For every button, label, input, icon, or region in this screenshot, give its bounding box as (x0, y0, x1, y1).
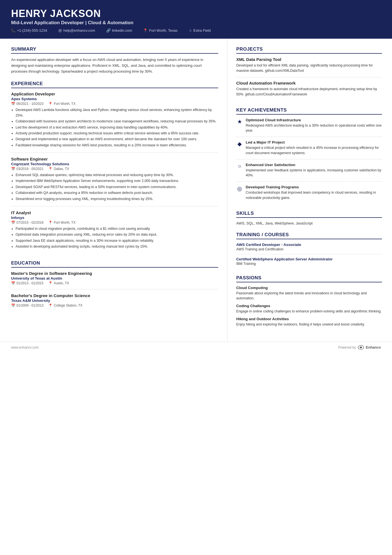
job-dates-1: 📅 06/2021 - 10/2023 (11, 102, 43, 106)
training-section: TRAINING / COURSES AWS Certified Develop… (236, 232, 382, 268)
job-item-3: IT Analyst Infosys 📅 07/2015 - 02/2018 📍… (11, 210, 218, 254)
calendar-icon-3: 📅 (11, 221, 15, 225)
training-item-1: AWS Certified Developer - Associate AWS … (236, 243, 382, 254)
location-icon: 📍 (143, 28, 148, 33)
achievement-title-4: Developed Training Programs (246, 185, 382, 189)
extra-field: Extra Field (193, 28, 211, 33)
job-bullets-3: Participated in cloud migration projects… (11, 226, 218, 250)
passion-title-1: Cloud Computing (236, 286, 382, 290)
training-org-2: IBM Training (236, 262, 382, 266)
achievement-item-4: ◎ Developed Training Programs Conducted … (236, 185, 382, 204)
passion-item-3: Hiking and Outdoor Activities Enjoy hiki… (236, 317, 382, 327)
passion-title-2: Coding Challenges (236, 304, 382, 308)
achievement-icon-3: ○ (236, 163, 243, 178)
bullet-2-1: Enhanced SQL database queries, optimizin… (16, 172, 218, 178)
bullet-1-2: Collaborated with business and system ar… (16, 119, 218, 124)
achievement-content-2: Led a Major IT Project Managed a critica… (246, 140, 382, 156)
linkedin-icon: 🔗 (106, 28, 111, 33)
job-meta-3: 📅 07/2015 - 02/2018 📍 Fort Worth, TX (11, 221, 218, 225)
job-dates-2: 📅 03/2018 - 05/2021 (11, 167, 43, 171)
edu-calendar-icon-1: 📅 (11, 281, 15, 285)
passion-desc-1: Passionate about exploring the latest tr… (236, 291, 382, 301)
education-section: EDUCATION Master's Degree in Software En… (11, 260, 218, 311)
achievement-icon-1: ★ (236, 118, 243, 134)
edu-school-1: University of Texas at Austin (11, 276, 218, 280)
edu-calendar-icon-2: 📅 (11, 304, 15, 307)
project-desc-1: Developed a tool for efficient XML data … (236, 63, 382, 74)
achievement-icon-2: ◆ (236, 140, 243, 156)
edu-dates-2: 📅 01/2009 - 01/2013 (11, 304, 43, 307)
summary-text: An experienced application developer wit… (11, 57, 218, 74)
bullet-3-2: Optimized data integration processes usi… (16, 232, 218, 237)
job-title-2: Software Engineer (11, 157, 218, 161)
edu-school-2: Texas A&M University (11, 299, 218, 303)
edu-item-1: Master's Degree in Software Engineering … (11, 271, 218, 289)
training-name-2: Certified WebSphere Application Server A… (236, 257, 382, 261)
calendar-icon-2: 📅 (11, 167, 15, 171)
company-name-1: Apex Systems (11, 97, 218, 101)
passions-section: PASSIONS Cloud Computing Passionate abou… (236, 275, 382, 327)
edu-degree-2: Bachelor's Degree in Computer Science (11, 293, 218, 298)
projects-title: PROJECTS (236, 46, 382, 54)
job-bullets-2: Enhanced SQL database queries, optimizin… (11, 172, 218, 202)
job-location-3: 📍 Fort Worth, TX (48, 221, 75, 225)
training-title: TRAINING / COURSES (236, 232, 382, 239)
experience-section: EXPERIENCE Application Developer Apex Sy… (11, 81, 218, 254)
bullet-2-2: Implemented IBM WebSphere Application Se… (16, 178, 218, 184)
location-text: Fort Worth, Texas (149, 28, 177, 33)
education-title: EDUCATION (11, 260, 218, 268)
passion-item-2: Coding Challenges Engage in online codin… (236, 304, 382, 314)
edu-pin-icon-1: 📍 (48, 281, 53, 285)
bullet-1-4: Actively provided production support, re… (16, 131, 218, 136)
project-title-1: XML Data Parsing Tool (236, 57, 382, 62)
phone-icon: 📞 (11, 28, 16, 33)
bullet-1-5: Designed and implemented a new applicati… (16, 137, 218, 142)
edu-item-2: Bachelor's Degree in Computer Science Te… (11, 293, 218, 311)
project-desc-2: Created a framework to automate cloud in… (236, 87, 382, 97)
achievement-desc-4: Conducted workshops that improved team c… (246, 190, 382, 201)
summary-title: SUMMARY (11, 46, 218, 54)
linkedin-contact: 🔗 linkedin.com (106, 28, 132, 33)
email-icon: @ (58, 28, 62, 33)
bullet-2-4: Collaborated with QA analysts, ensuring … (16, 190, 218, 196)
job-item-2: Software Engineer Cognizant Technology S… (11, 157, 218, 206)
resume-header: HENRY JACKSON Mid-Level Application Deve… (0, 0, 392, 39)
bullet-3-4: Assisted in developing automated testing… (16, 244, 218, 249)
extra-contact: ☆ Extra Field (189, 28, 211, 33)
email-contact: @ help@enhancv.com (58, 28, 95, 33)
passion-item-1: Cloud Computing Passionate about explori… (236, 286, 382, 301)
passion-desc-3: Enjoy hiking and exploring the outdoors,… (236, 322, 382, 327)
bullet-3-1: Participated in cloud migration projects… (16, 226, 218, 231)
projects-section: PROJECTS XML Data Parsing Tool Developed… (236, 46, 382, 101)
achievements-section: KEY ACHIEVEMENTS ★ Optimized Cloud Infra… (236, 107, 382, 204)
achievement-item-1: ★ Optimized Cloud Infrastructure Redesig… (236, 118, 382, 137)
page-footer: www.enhancv.com Powered by Enhancv (0, 342, 392, 353)
training-org-1: AWS Training and Certification (236, 247, 382, 251)
edu-dates-1: 📅 01/2013 - 01/2015 (11, 281, 43, 285)
job-location-2: 📍 Dallas, TX (48, 167, 69, 171)
bullet-1-6: Facilitated knowledge sharing sessions f… (16, 143, 218, 148)
left-column: SUMMARY An experienced application devel… (0, 39, 227, 342)
right-column: PROJECTS XML Data Parsing Tool Developed… (227, 39, 392, 342)
contact-bar: 📞 +1-(234)-555-1234 @ help@enhancv.com 🔗… (11, 28, 381, 33)
pin-icon-3: 📍 (48, 221, 53, 225)
edu-pin-icon-2: 📍 (48, 304, 53, 307)
phone-number: +1-(234)-555-1234 (17, 28, 47, 33)
job-meta-1: 📅 06/2021 - 10/2023 📍 Fort Worth, TX (11, 102, 218, 106)
achievement-content-1: Optimized Cloud Infrastructure Redesigne… (246, 118, 382, 134)
achievement-title-2: Led a Major IT Project (246, 140, 382, 144)
phone-contact: 📞 +1-(234)-555-1234 (11, 28, 47, 33)
achievement-content-4: Developed Training Programs Conducted wo… (246, 185, 382, 201)
achievement-content-3: Enhanced User Satisfaction Implemented u… (246, 163, 382, 178)
training-item-2: Certified WebSphere Application Server A… (236, 257, 382, 268)
powered-by-text: Powered by (338, 346, 356, 349)
achievement-desc-2: Managed a critical project which resulte… (246, 145, 382, 156)
bullet-1-3: Led the development of a text extraction… (16, 125, 218, 130)
job-location-1: 📍 Fort Worth, TX (48, 102, 75, 106)
job-meta-2: 📅 03/2018 - 05/2021 📍 Dallas, TX (11, 167, 218, 171)
achievements-title: KEY ACHIEVEMENTS (236, 107, 382, 115)
edu-meta-1: 📅 01/2013 - 01/2015 📍 Austin, TX (11, 281, 218, 285)
enhancv-logo-icon (358, 345, 364, 350)
main-content: SUMMARY An experienced application devel… (0, 39, 392, 342)
company-name-3: Infosys (11, 216, 218, 220)
